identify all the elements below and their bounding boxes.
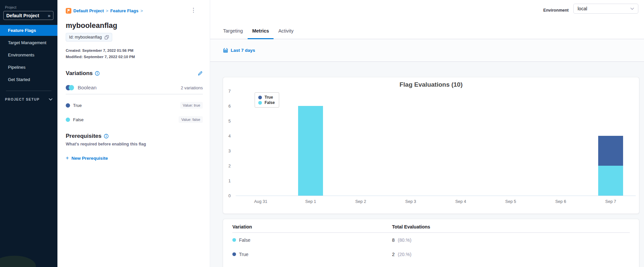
total-value: 2 [392,252,395,257]
breadcrumb-separator: > [140,8,143,13]
variation-name: True [239,252,248,257]
variations-header: Variations [66,70,203,77]
total-percentage: (80.%) [398,237,411,243]
y-tick-label: 0 [219,194,231,198]
kebab-menu-icon[interactable]: ⋮ [191,7,196,13]
flag-evaluations-chart-card: Flag Evaluations (10) TrueFalse 01234567… [223,77,639,214]
project-setup-label: PROJECT SETUP [5,97,40,101]
x-tick-label: Sep 2 [336,199,386,204]
created-timestamp: Created: September 7, 2022 01:56 PM [66,47,203,54]
breadcrumb: Default Project > Feature Flags > [66,8,203,14]
y-tick-label: 7 [219,89,231,94]
variation-name: True [73,103,82,108]
sidebar-divider [6,91,51,91]
copy-icon[interactable] [105,35,109,40]
bar-segment-false [598,166,623,196]
app-root: Project Default Project » Feature Flags … [0,0,644,267]
environment-picker: Environment local [543,4,638,14]
prerequisites-description: What's required before enabling this fla… [66,142,203,146]
y-tick-label: 6 [219,104,231,109]
boolean-circle-false [69,85,74,90]
environment-label: Environment [543,8,569,13]
variation-value-chip: Value: true [180,102,203,109]
environment-select[interactable]: local [573,4,638,14]
x-tick-label: Sep 4 [436,199,486,204]
sidebar-item-get-started[interactable]: Get Started [0,74,57,85]
table-row: False 8 (80.%) [232,233,630,247]
tab-targeting[interactable]: Targeting [218,26,248,39]
total-percentage: (20.%) [398,252,411,257]
info-icon[interactable] [95,71,100,76]
plus-icon: + [66,155,69,161]
x-tick-label: Aug 31 [236,199,286,204]
variation-dot-true [66,103,70,108]
sidebar-project-setup-toggle[interactable]: PROJECT SETUP [5,97,52,101]
variation-type-row: Boolean 2 variations [66,85,203,91]
sidebar: Project Default Project » Feature Flags … [0,0,57,267]
tab-activity[interactable]: Activity [274,26,298,39]
column-header-total-evaluations: Total Evaluations [392,224,430,229]
sidebar-item-pipelines[interactable]: Pipelines [0,62,57,73]
flag-id-text: Id: mybooleanflag [69,35,102,40]
x-tick-label: Sep 3 [386,199,436,204]
y-tick-label: 1 [219,179,231,183]
sidebar-nav: Feature Flags Target Management Environm… [0,25,57,85]
variation-cell: False [232,237,392,243]
new-prerequisite-label: New Prerequisite [71,156,108,161]
flag-detail-panel: Default Project > Feature Flags > ⋮ mybo… [57,0,210,267]
bar-segment-true [598,136,623,166]
breadcrumb-link-default-project[interactable]: Default Project [73,8,104,13]
metrics-content: Flag Evaluations (10) TrueFalse 01234567… [210,62,644,267]
y-tick-label: 3 [219,149,231,153]
flag-title: mybooleanflag [66,21,203,30]
breadcrumb-separator: > [106,8,109,13]
main-header: Environment local Targeting Metrics Acti… [210,0,644,39]
column-header-variation: Variation [232,224,392,229]
modified-timestamp: Modified: September 7, 2022 02:10 PM [66,54,203,60]
tab-metrics[interactable]: Metrics [248,26,274,39]
environment-select-value: local [578,6,587,11]
variation-count: 2 variations [181,85,203,90]
date-range-filter-button[interactable]: Last 7 days [223,48,255,53]
info-icon[interactable] [104,134,109,138]
variation-dot-true [232,252,236,256]
edit-pencil-icon[interactable] [197,71,203,76]
variations-divider [66,94,203,94]
flag-meta: Created: September 7, 2022 01:56 PM Modi… [66,47,203,60]
variation-dot-false [66,118,70,122]
y-tick-label: 5 [219,119,231,124]
variation-name: False [73,117,84,122]
x-tick-label: Sep 1 [286,199,336,204]
y-tick-label: 2 [219,164,231,168]
feature-flags-module-icon [66,8,71,14]
sidebar-item-feature-flags[interactable]: Feature Flags [0,25,57,36]
chevron-down-icon [630,8,634,10]
project-selector-value: Default Project [6,13,39,18]
project-selector[interactable]: Default Project » [3,11,53,20]
sidebar-item-environments[interactable]: Environments [0,49,57,60]
chart-plot: 01234567Aug 31Sep 1Sep 2Sep 3Sep 4Sep 5S… [236,91,636,196]
variation-dot-false [232,238,236,242]
bar-segment-false [298,106,323,196]
date-range-filter-label: Last 7 days [231,48,255,53]
total-evaluations-cell: 8 (80.%) [392,237,411,243]
variations-heading: Variations [66,70,93,77]
metrics-filter-bar: Last 7 days [210,39,644,62]
prerequisites-heading: Prerequisites [66,133,102,139]
main-content: Environment local Targeting Metrics Acti… [210,0,644,267]
prerequisites-header: Prerequisites [66,133,203,139]
flag-id-chip: Id: mybooleanflag [66,33,112,42]
sidebar-item-target-management[interactable]: Target Management [0,37,57,48]
help-widget-blob[interactable] [0,256,36,267]
x-tick-label: Sep 5 [486,199,536,204]
table-row: True 2 (20.%) [232,247,630,261]
double-chevron-icon[interactable]: » [48,13,50,18]
chevron-down-icon [49,98,52,101]
total-evaluations-cell: 2 (20.%) [392,251,411,257]
variation-type-label: Boolean [78,85,97,91]
new-prerequisite-button[interactable]: + New Prerequisite [66,155,108,161]
total-value: 8 [392,237,395,243]
breadcrumb-link-feature-flags[interactable]: Feature Flags [110,8,138,13]
x-tick-label: Sep 7 [586,199,636,204]
variation-row-true: True Value: true [66,102,203,109]
